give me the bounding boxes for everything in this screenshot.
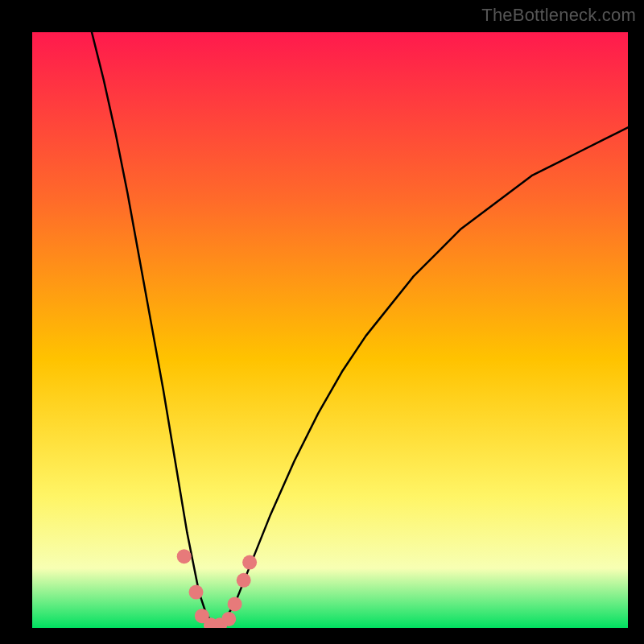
data-marker bbox=[189, 585, 204, 600]
data-marker bbox=[177, 549, 192, 564]
data-marker bbox=[237, 573, 251, 588]
chart-frame: TheBottleneck.com bbox=[0, 0, 644, 644]
gradient-background bbox=[32, 32, 628, 628]
data-marker bbox=[221, 612, 236, 626]
data-marker bbox=[242, 555, 257, 570]
attribution-text: TheBottleneck.com bbox=[481, 5, 636, 26]
data-marker bbox=[228, 597, 242, 611]
bottleneck-chart bbox=[32, 32, 628, 628]
